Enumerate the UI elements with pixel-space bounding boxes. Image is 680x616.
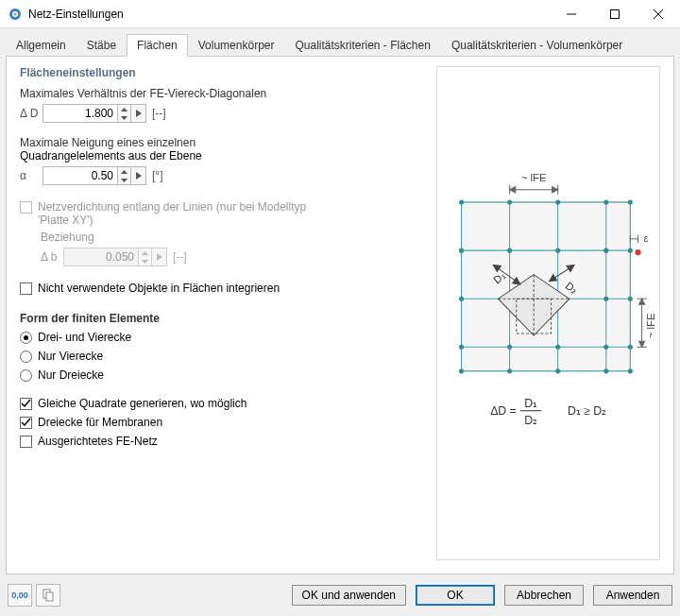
svg-point-21 [459,199,464,204]
densify-sub-unit: [--] [173,250,187,264]
densify-sub-symbol: Δ b [41,250,63,264]
svg-point-22 [507,199,512,204]
tab-allgemein[interactable]: Allgemein [6,34,76,57]
incline-spinner[interactable] [118,166,131,185]
svg-text:~ lFE: ~ lFE [521,172,547,183]
apply-button[interactable]: Anwenden [593,585,672,606]
window-title: Netz-Einstellungen [28,8,550,21]
diag-ratio-input[interactable]: 1.800 [42,104,118,123]
tab-volumenkoerper[interactable]: Volumenkörper [188,34,285,57]
opt-aligned-mesh-checkbox[interactable] [20,436,32,448]
incline-label-1: Maximale Neigung eines einzelnen [20,136,426,149]
shape-radio-both-label: Drei- und Vierecke [38,331,131,344]
svg-point-42 [507,368,512,373]
svg-point-34 [604,297,608,301]
svg-point-43 [555,368,560,373]
copy-icon [42,589,55,602]
svg-marker-66 [639,299,645,304]
densify-relation-label: Beziehung [41,231,426,244]
shape-title: Form der finiten Elemente [20,312,426,325]
ok-and-apply-button[interactable]: OK und anwenden [292,585,406,606]
svg-point-40 [628,345,633,350]
shape-radio-both[interactable] [20,332,32,344]
svg-point-37 [507,345,512,350]
tab-staebe[interactable]: Stäbe [76,34,127,57]
diag-ratio-unit: [--] [152,107,166,120]
svg-point-41 [459,368,464,373]
densify-label-1: Netzverdichtung entlang der Linien (nur … [38,200,306,214]
diag-ratio-label: Maximales Verhältnis der FE-Viereck-Diag… [20,87,426,100]
svg-point-27 [507,248,512,253]
incline-input[interactable]: 0.50 [42,166,118,185]
svg-point-26 [459,248,464,253]
mesh-diagram: ~ lFE [437,67,659,569]
unused-objects-label: Nicht verwendete Objekte in Flächen inte… [38,282,280,295]
densify-checkbox [20,201,32,214]
svg-text:D₁: D₁ [524,397,537,410]
svg-point-29 [604,248,608,253]
svg-point-24 [604,199,608,204]
maximize-button[interactable] [593,0,637,28]
svg-text:D₁ ≥ D₂: D₁ ≥ D₂ [568,404,606,418]
svg-point-44 [604,368,608,373]
svg-marker-8 [552,187,558,193]
svg-point-39 [604,345,608,350]
shape-radio-quads[interactable] [20,351,32,363]
svg-marker-7 [510,187,516,193]
svg-point-35 [628,297,633,301]
svg-text:~ lFE: ~ lFE [645,314,656,339]
tab-panel: Flächeneinstellungen Maximales Verhältni… [6,56,674,574]
svg-rect-75 [46,592,53,601]
svg-point-25 [628,199,633,204]
section-title: Flächeneinstellungen [20,66,426,79]
svg-point-2 [14,12,17,15]
incline-picker[interactable] [131,166,146,185]
tab-flaechen[interactable]: Flächen [127,34,188,57]
cancel-button[interactable]: Abbrechen [504,585,584,606]
tab-qualitaet-volumenkoerper[interactable]: Qualitätskriterien - Volumenkörper [441,34,633,57]
diag-ratio-picker[interactable] [131,104,146,123]
opt-triangles-membranes-checkbox[interactable] [20,417,32,429]
close-button[interactable] [637,0,680,28]
densify-label-2: 'Platte XY') [38,214,306,227]
svg-point-46 [635,249,640,255]
diag-ratio-spinner[interactable] [118,104,131,123]
svg-point-30 [628,248,633,253]
copy-settings-button[interactable] [36,584,60,607]
diag-ratio-symbol: Δ D [20,107,42,120]
shape-radio-tris[interactable] [20,369,32,382]
unused-objects-checkbox[interactable] [20,282,32,295]
incline-unit: [°] [152,169,162,182]
svg-text:ΔD =: ΔD = [490,404,517,418]
tab-qualitaet-flaechen[interactable]: Qualitätskriterien - Flächen [284,34,440,57]
titlebar: Netz-Einstellungen [0,0,680,28]
minimize-button[interactable] [550,0,593,28]
incline-label-2: Quadrangelelements aus der Ebene [20,149,426,163]
svg-point-45 [628,368,633,373]
svg-text:ε: ε [644,233,649,244]
svg-rect-3 [611,9,620,18]
shape-radio-quads-label: Nur Vierecke [38,350,103,363]
app-icon [8,7,23,22]
densify-sub-picker [152,248,167,266]
ok-button[interactable]: OK [416,585,495,606]
opt-aligned-mesh-label: Ausgerichtetes FE-Netz [38,435,158,448]
svg-point-31 [459,297,464,301]
svg-point-38 [555,345,560,350]
tab-bar: Allgemein Stäbe Flächen Volumenkörper Qu… [6,34,674,57]
shape-radio-tris-label: Nur Dreiecke [38,368,104,382]
diagram-panel: ~ lFE [436,66,660,560]
svg-text:D₂: D₂ [524,414,537,427]
bottom-bar: 0,00 OK und anwenden OK Abbrechen Anwend… [0,574,680,616]
svg-point-28 [555,248,560,253]
densify-sub-spinner [139,248,152,266]
svg-marker-67 [639,341,645,347]
svg-point-36 [459,345,464,350]
opt-equal-squares-checkbox[interactable] [20,398,32,410]
densify-sub-input: 0.050 [63,248,139,266]
svg-point-23 [555,199,560,204]
opt-triangles-membranes-label: Dreiecke für Membranen [38,416,162,429]
opt-equal-squares-label: Gleiche Quadrate generieren, wo möglich [38,397,246,410]
incline-symbol: α [20,169,42,182]
units-button[interactable]: 0,00 [8,584,32,607]
